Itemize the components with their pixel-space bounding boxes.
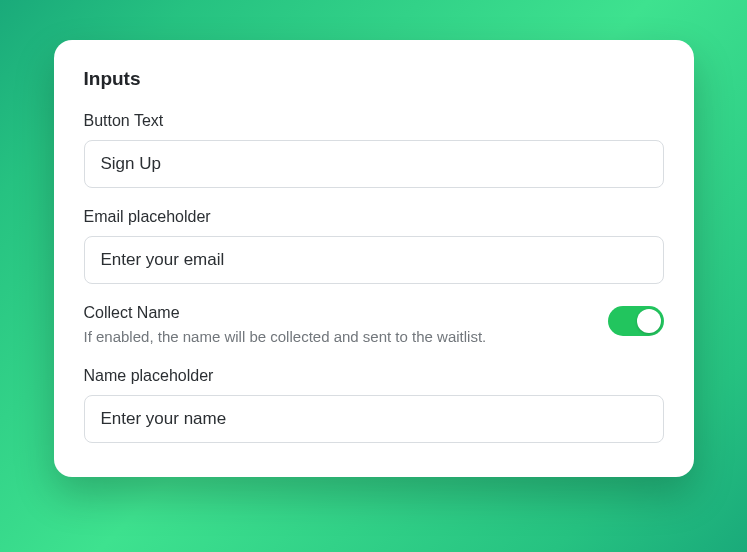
email-placeholder-group: Email placeholder — [84, 208, 664, 284]
name-placeholder-label: Name placeholder — [84, 367, 664, 385]
name-placeholder-group: Name placeholder — [84, 367, 664, 443]
collect-name-toggle[interactable] — [608, 306, 664, 336]
email-placeholder-label: Email placeholder — [84, 208, 664, 226]
button-text-label: Button Text — [84, 112, 664, 130]
button-text-input[interactable] — [84, 140, 664, 188]
email-placeholder-input[interactable] — [84, 236, 664, 284]
toggle-knob — [637, 309, 661, 333]
collect-name-label: Collect Name — [84, 304, 588, 322]
button-text-group: Button Text — [84, 112, 664, 188]
collect-name-description: If enabled, the name will be collected a… — [84, 326, 588, 347]
collect-name-text: Collect Name If enabled, the name will b… — [84, 304, 588, 347]
name-placeholder-input[interactable] — [84, 395, 664, 443]
collect-name-row: Collect Name If enabled, the name will b… — [84, 304, 664, 347]
section-title: Inputs — [84, 68, 664, 90]
inputs-card: Inputs Button Text Email placeholder Col… — [54, 40, 694, 477]
